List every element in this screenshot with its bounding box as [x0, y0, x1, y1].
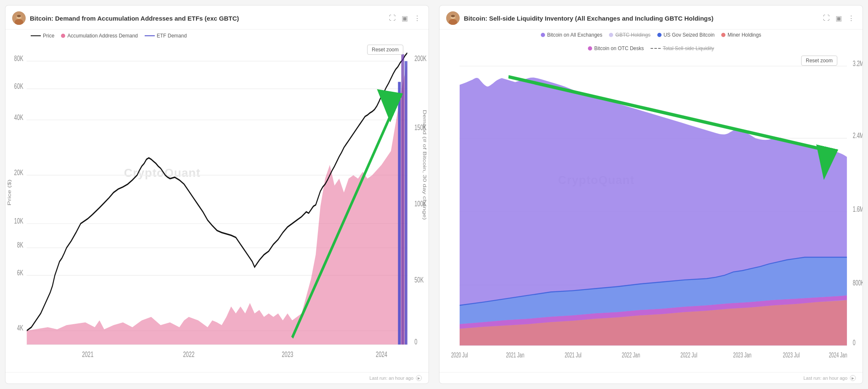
svg-text:2024 Jan: 2024 Jan	[829, 352, 847, 359]
reset-zoom-left[interactable]: Reset zoom	[367, 45, 403, 55]
svg-point-43	[451, 15, 455, 17]
panel-icons-left: ⛶ ▣ ⋮	[388, 13, 422, 24]
legend-usgov-dot	[657, 33, 662, 37]
legend-usgov-label: US Gov Seized Bitcoin	[664, 32, 715, 38]
svg-text:6K: 6K	[17, 269, 24, 277]
chart-svg-left: 80K 60K 40K 20K 10K 8K 6K 4K 200K 150K 1…	[5, 40, 429, 372]
svg-rect-28	[398, 82, 401, 345]
svg-text:2024: 2024	[376, 350, 388, 359]
legend-all-exchanges: Bitcoin on All Exchanges	[541, 32, 602, 38]
title-row-right: Bitcoin: Sell-side Liquidity Inventory (…	[446, 11, 713, 25]
legend-otc-dot	[588, 46, 592, 51]
legend-otc-label: Bitcoin on OTC Desks	[594, 45, 644, 51]
play-button-right[interactable]: ▶	[850, 375, 856, 381]
legend-gbtc: GBTC Holdings	[609, 32, 650, 38]
legend-price: Price	[31, 33, 54, 39]
legend-total-label: Total Sell-side Liquidity	[663, 45, 714, 51]
panel-header-right: Bitcoin: Sell-side Liquidity Inventory (…	[439, 5, 863, 29]
svg-text:60K: 60K	[14, 82, 24, 91]
play-button-left[interactable]: ▶	[416, 375, 422, 381]
layout-icon-right[interactable]: ▣	[834, 13, 843, 24]
svg-text:2022 Jul: 2022 Jul	[680, 352, 697, 359]
legend-all-exchanges-dot	[541, 33, 545, 37]
legend-etf-label: ETF Demand	[157, 33, 187, 39]
legend-total: Total Sell-side Liquidity	[651, 45, 714, 51]
svg-text:2022 Jan: 2022 Jan	[622, 352, 640, 359]
legend-usgov: US Gov Seized Bitcoin	[657, 32, 715, 38]
more-icon-left[interactable]: ⋮	[413, 13, 422, 24]
svg-text:50K: 50K	[414, 275, 423, 284]
legend-right: Bitcoin on All Exchanges GBTC Holdings U…	[439, 29, 863, 51]
title-row-left: Bitcoin: Demand from Accumulation Addres…	[12, 11, 239, 25]
svg-text:2023: 2023	[282, 350, 293, 359]
panel-title-right: Bitcoin: Sell-side Liquidity Inventory (…	[464, 15, 713, 22]
svg-text:2.4M: 2.4M	[853, 132, 863, 140]
svg-text:2021 Jan: 2021 Jan	[506, 352, 524, 359]
chart-container-right: Reset zoom CryptoQuant 3.2M 2.4M 1.6M 80…	[439, 51, 863, 372]
svg-text:0: 0	[414, 338, 417, 346]
legend-miner-dot	[721, 33, 725, 37]
svg-rect-30	[405, 61, 408, 344]
svg-text:2022: 2022	[183, 350, 194, 359]
legend-row2: Bitcoin on OTC Desks Total Sell-side Liq…	[588, 45, 714, 51]
legend-etf: ETF Demand	[145, 33, 187, 39]
footer-right: Last run: an hour ago ▶	[439, 372, 863, 384]
svg-text:Demand (# of Bitcoin, 30 day c: Demand (# of Bitcoin, 30 day change)	[422, 110, 427, 220]
svg-text:2020 Jul: 2020 Jul	[451, 352, 468, 359]
panel-title-left: Bitcoin: Demand from Accumulation Addres…	[30, 15, 239, 22]
panel-right: Bitcoin: Sell-side Liquidity Inventory (…	[439, 5, 863, 384]
avatar-left	[12, 11, 26, 25]
legend-all-exchanges-label: Bitcoin on All Exchanges	[547, 32, 602, 38]
legend-left: Price Accumulation Address Demand ETF De…	[5, 29, 429, 40]
svg-text:800K: 800K	[853, 279, 863, 287]
svg-text:80K: 80K	[14, 54, 24, 63]
expand-icon-left[interactable]: ⛶	[388, 13, 397, 23]
panel-icons-right: ⛶ ▣ ⋮	[822, 13, 856, 24]
layout-icon-left[interactable]: ▣	[400, 13, 409, 24]
legend-price-label: Price	[43, 33, 54, 39]
last-run-right: Last run: an hour ago	[803, 376, 847, 381]
footer-left: Last run: an hour ago ▶	[5, 372, 429, 384]
svg-text:20K: 20K	[14, 168, 24, 177]
svg-text:8K: 8K	[17, 241, 24, 249]
svg-text:40K: 40K	[14, 113, 24, 121]
svg-text:10K: 10K	[14, 217, 24, 225]
last-run-left: Last run: an hour ago	[369, 376, 413, 381]
svg-point-4	[17, 15, 21, 17]
panel-header-left: Bitcoin: Demand from Accumulation Addres…	[5, 5, 429, 29]
svg-text:4K: 4K	[17, 324, 24, 332]
expand-icon-right[interactable]: ⛶	[822, 13, 831, 23]
legend-total-line	[651, 48, 661, 49]
svg-text:Price ($): Price ($)	[7, 179, 12, 205]
legend-row1: Bitcoin on All Exchanges GBTC Holdings U…	[541, 32, 761, 38]
legend-gbtc-dot	[609, 33, 613, 37]
more-icon-right[interactable]: ⋮	[847, 13, 856, 24]
svg-text:2021 Jul: 2021 Jul	[565, 352, 582, 359]
svg-text:200K: 200K	[414, 54, 426, 63]
legend-miner: Miner Holdings	[721, 32, 761, 38]
legend-etf-line	[145, 35, 155, 36]
chart-svg-right: 3.2M 2.4M 1.6M 800K 0 2020 Jul	[439, 51, 863, 372]
chart-container-left: Reset zoom CryptoQuant 80K 60K 40K 20K 1…	[5, 40, 429, 372]
legend-accum-dot	[61, 34, 65, 38]
avatar-right	[446, 11, 460, 25]
legend-otc: Bitcoin on OTC Desks	[588, 45, 644, 51]
svg-text:2023 Jan: 2023 Jan	[733, 352, 752, 359]
reset-zoom-right[interactable]: Reset zoom	[801, 56, 837, 66]
legend-price-line	[31, 35, 41, 36]
svg-text:3.2M: 3.2M	[853, 60, 863, 68]
svg-text:1.6M: 1.6M	[853, 205, 863, 213]
svg-text:0: 0	[853, 339, 855, 347]
legend-gbtc-label: GBTC Holdings	[615, 32, 650, 38]
legend-accum-label: Accumulation Address Demand	[67, 33, 138, 39]
svg-rect-29	[401, 54, 404, 345]
panel-left: Bitcoin: Demand from Accumulation Addres…	[5, 5, 429, 384]
svg-text:2023 Jul: 2023 Jul	[783, 352, 800, 359]
svg-text:2021: 2021	[82, 350, 93, 359]
legend-miner-label: Miner Holdings	[728, 32, 761, 38]
legend-accum: Accumulation Address Demand	[61, 33, 138, 39]
